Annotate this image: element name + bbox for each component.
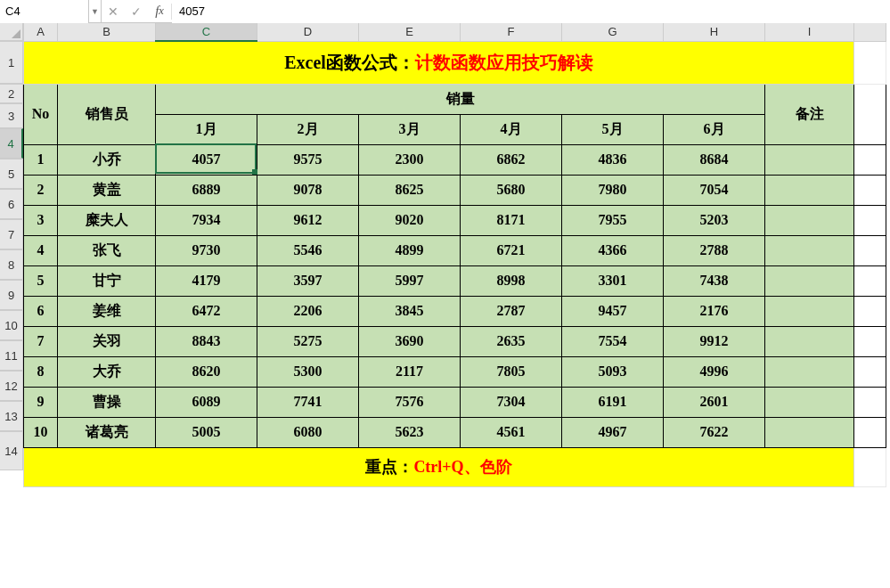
- footer-cell[interactable]: 重点：Ctrl+Q、色阶: [24, 447, 854, 486]
- cell-m3[interactable]: 2117: [359, 356, 461, 387]
- cell-m4[interactable]: 2787: [461, 296, 562, 326]
- cell-name[interactable]: 大乔: [58, 356, 156, 387]
- cell-remark[interactable]: [765, 265, 854, 296]
- name-box[interactable]: [0, 0, 89, 23]
- cell-no[interactable]: 9: [24, 387, 58, 417]
- cell-m5[interactable]: 7554: [562, 326, 664, 356]
- cell-no[interactable]: 10: [24, 417, 58, 447]
- cell-m4[interactable]: 8998: [461, 265, 562, 296]
- cell-m4[interactable]: 6721: [461, 235, 562, 265]
- cell-no[interactable]: 4: [24, 235, 58, 265]
- cell-m2[interactable]: 2206: [257, 296, 359, 326]
- cell-m5[interactable]: 4366: [562, 235, 664, 265]
- header-month-3[interactable]: 3月: [359, 114, 461, 144]
- cell-m6[interactable]: 7622: [664, 417, 765, 447]
- cell-m1[interactable]: 6472: [156, 296, 257, 326]
- cell-name[interactable]: 诸葛亮: [58, 417, 156, 447]
- header-sales-volume[interactable]: 销量: [156, 84, 765, 114]
- cell-m3[interactable]: 5623: [359, 417, 461, 447]
- formula-input[interactable]: [172, 0, 890, 23]
- cell-remark[interactable]: [765, 235, 854, 265]
- cell-m5[interactable]: 7980: [562, 175, 664, 205]
- row-header-1[interactable]: 1: [0, 41, 23, 84]
- column-header-E[interactable]: E: [359, 23, 461, 41]
- cell-m3[interactable]: 3690: [359, 326, 461, 356]
- cell-m1[interactable]: 6089: [156, 387, 257, 417]
- cell-name[interactable]: 关羽: [58, 326, 156, 356]
- cell-m3[interactable]: 3845: [359, 296, 461, 326]
- cell-remark[interactable]: [765, 144, 854, 175]
- cell-m5[interactable]: 5093: [562, 356, 664, 387]
- enter-icon[interactable]: ✓: [125, 0, 148, 23]
- cell-m2[interactable]: 5300: [257, 356, 359, 387]
- cell-m1[interactable]: 5005: [156, 417, 257, 447]
- cell-remark[interactable]: [765, 326, 854, 356]
- header-salesperson[interactable]: 销售员: [58, 84, 156, 144]
- name-box-dropdown[interactable]: ▼: [89, 0, 102, 23]
- cell-name[interactable]: 甘宁: [58, 265, 156, 296]
- row-header-4[interactable]: 4: [0, 128, 23, 159]
- row-header-5[interactable]: 5: [0, 159, 23, 189]
- cell-m6[interactable]: 7054: [664, 175, 765, 205]
- cell-no[interactable]: 7: [24, 326, 58, 356]
- cell-no[interactable]: 6: [24, 296, 58, 326]
- cell-m5[interactable]: 3301: [562, 265, 664, 296]
- cell-name[interactable]: 糜夫人: [58, 205, 156, 235]
- cell-m3[interactable]: 8625: [359, 175, 461, 205]
- cancel-icon[interactable]: ✕: [102, 0, 125, 23]
- cell-remark[interactable]: [765, 296, 854, 326]
- row-header-6[interactable]: 6: [0, 189, 23, 219]
- cell-name[interactable]: 小乔: [58, 144, 156, 175]
- column-header-H[interactable]: H: [664, 23, 765, 41]
- cell-remark[interactable]: [765, 387, 854, 417]
- cell-name[interactable]: 曹操: [58, 387, 156, 417]
- cell-m2[interactable]: 9575: [257, 144, 359, 175]
- cell-no[interactable]: 5: [24, 265, 58, 296]
- cell-m4[interactable]: 4561: [461, 417, 562, 447]
- cell-m1[interactable]: 7934: [156, 205, 257, 235]
- title-cell[interactable]: Excel函数公式：计数函数应用技巧解读: [24, 41, 854, 84]
- cell-m3[interactable]: 5997: [359, 265, 461, 296]
- header-no[interactable]: No: [24, 84, 58, 144]
- cell-m1[interactable]: 8620: [156, 356, 257, 387]
- cell-m2[interactable]: 3597: [257, 265, 359, 296]
- cell-m5[interactable]: 4967: [562, 417, 664, 447]
- cell-remark[interactable]: [765, 417, 854, 447]
- column-header-C[interactable]: C: [156, 23, 257, 41]
- row-header-2[interactable]: 2: [0, 84, 23, 103]
- cell-m4[interactable]: 8171: [461, 205, 562, 235]
- cell-m1[interactable]: 4057: [156, 144, 257, 175]
- cell-m2[interactable]: 9612: [257, 205, 359, 235]
- row-header-10[interactable]: 10: [0, 310, 23, 340]
- cell-m3[interactable]: 4899: [359, 235, 461, 265]
- cell-m2[interactable]: 5546: [257, 235, 359, 265]
- cell-m5[interactable]: 6191: [562, 387, 664, 417]
- cell-m6[interactable]: 9912: [664, 326, 765, 356]
- column-header-B[interactable]: B: [58, 23, 156, 41]
- header-month-6[interactable]: 6月: [664, 114, 765, 144]
- header-remark[interactable]: 备注: [765, 84, 854, 144]
- row-header-8[interactable]: 8: [0, 249, 23, 280]
- cell-m3[interactable]: 7576: [359, 387, 461, 417]
- cell-m6[interactable]: 2176: [664, 296, 765, 326]
- cell-m6[interactable]: 5203: [664, 205, 765, 235]
- cell-m2[interactable]: 6080: [257, 417, 359, 447]
- column-header-A[interactable]: A: [24, 23, 58, 41]
- column-header-blank[interactable]: [854, 23, 886, 41]
- column-header-G[interactable]: G: [562, 23, 664, 41]
- cell-m2[interactable]: 5275: [257, 326, 359, 356]
- cell-m6[interactable]: 8684: [664, 144, 765, 175]
- header-month-4[interactable]: 4月: [461, 114, 562, 144]
- cell-m4[interactable]: 6862: [461, 144, 562, 175]
- cell-m1[interactable]: 9730: [156, 235, 257, 265]
- cell-remark[interactable]: [765, 356, 854, 387]
- cell-no[interactable]: 1: [24, 144, 58, 175]
- cell-m4[interactable]: 7805: [461, 356, 562, 387]
- column-header-I[interactable]: I: [765, 23, 854, 41]
- header-month-1[interactable]: 1月: [156, 114, 257, 144]
- cell-m5[interactable]: 9457: [562, 296, 664, 326]
- row-header-11[interactable]: 11: [0, 340, 23, 371]
- cell-name[interactable]: 张飞: [58, 235, 156, 265]
- cell-m6[interactable]: 2601: [664, 387, 765, 417]
- cell-m5[interactable]: 7955: [562, 205, 664, 235]
